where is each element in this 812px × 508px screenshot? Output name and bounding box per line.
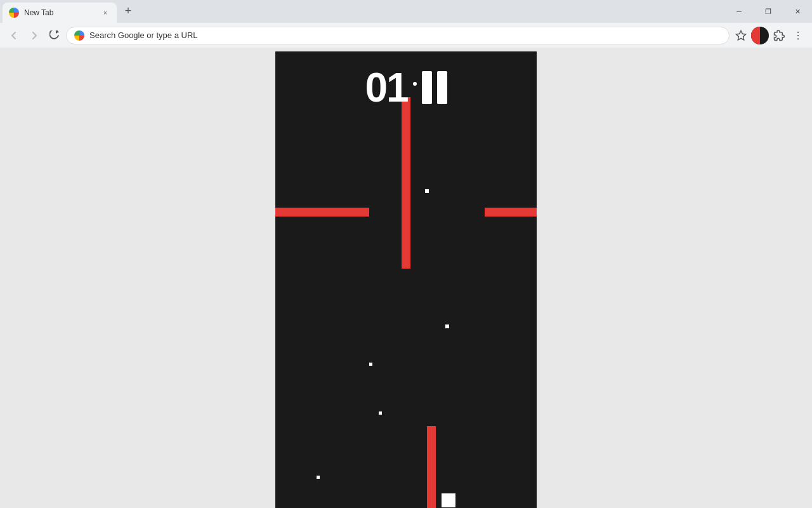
forward-button[interactable] xyxy=(25,27,43,44)
restore-button[interactable]: ❐ xyxy=(754,0,783,23)
pause-bar-2 xyxy=(437,71,447,104)
reload-button[interactable] xyxy=(46,27,63,44)
menu-button[interactable] xyxy=(789,27,807,44)
particle-2 xyxy=(445,324,449,328)
close-button[interactable]: ✕ xyxy=(783,0,812,23)
red-wall-right xyxy=(485,208,537,217)
url-bar[interactable]: Search Google or type a URL xyxy=(66,27,730,44)
svg-point-0 xyxy=(797,31,799,32)
particle-1 xyxy=(425,189,429,193)
browser-content: 01 xyxy=(0,48,812,508)
google-favicon xyxy=(9,8,19,18)
url-text: Search Google or type a URL xyxy=(89,30,721,40)
window-controls: ─ ❐ ✕ xyxy=(724,0,812,23)
score-left: 01 xyxy=(365,64,407,111)
tab-title: New Tab xyxy=(24,8,95,17)
score-divider xyxy=(413,82,417,86)
red-vertical-wall-top xyxy=(402,97,410,269)
red-vertical-wall-bottom xyxy=(427,426,436,508)
toolbar-right xyxy=(732,27,807,44)
address-bar: Search Google or type a URL xyxy=(0,23,812,48)
particle-4 xyxy=(379,411,382,415)
back-button[interactable] xyxy=(5,27,23,44)
tab-close-button[interactable]: × xyxy=(100,8,110,18)
score-area: 01 xyxy=(275,64,537,111)
profile-button[interactable] xyxy=(751,27,769,44)
active-tab[interactable]: New Tab × xyxy=(3,3,117,23)
white-square-debris xyxy=(442,493,455,507)
new-tab-button[interactable]: + xyxy=(119,2,137,20)
red-wall-left xyxy=(275,208,369,217)
extensions-button[interactable] xyxy=(770,27,788,44)
tab-favicon xyxy=(9,8,19,18)
minimize-button[interactable]: ─ xyxy=(724,0,754,23)
browser-frame: New Tab × + ─ ❐ ✕ Search Google or type … xyxy=(0,0,812,508)
svg-point-1 xyxy=(797,34,799,36)
score-right xyxy=(422,71,447,104)
bookmark-button[interactable] xyxy=(732,27,750,44)
pause-bar-1 xyxy=(422,71,432,104)
google-logo-icon xyxy=(74,30,84,41)
tab-bar: New Tab × + ─ ❐ ✕ xyxy=(0,0,812,23)
svg-point-2 xyxy=(797,38,799,39)
game-container[interactable]: 01 xyxy=(275,51,537,508)
particle-3 xyxy=(369,363,372,366)
particle-5 xyxy=(317,476,320,479)
